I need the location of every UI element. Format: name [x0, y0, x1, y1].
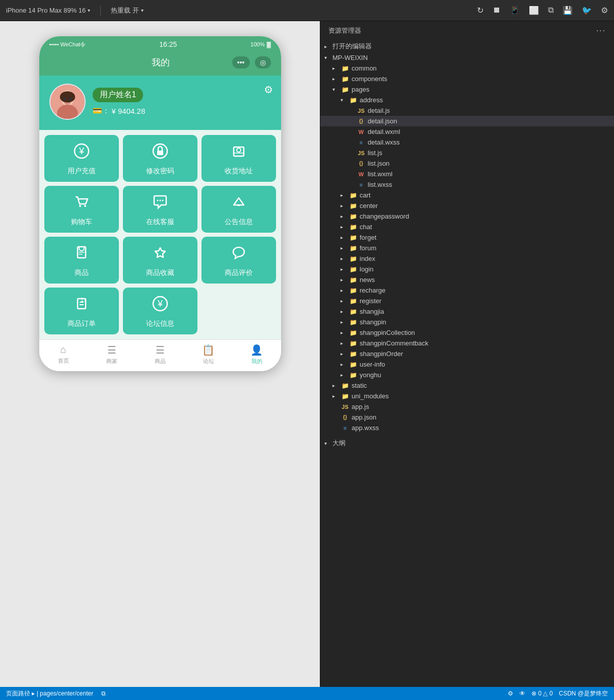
more-icon[interactable]: 🐦 — [582, 6, 592, 15]
device-selector[interactable]: iPhone 14 Pro Max 89% 16 ▾ — [6, 7, 90, 14]
menu-item-changepassword[interactable]: 修改密码 — [123, 135, 197, 182]
tree-item-recharge[interactable]: ▸ 📁 recharge — [320, 285, 614, 296]
tree-item-userinfo[interactable]: ▸ 📁 user-info — [320, 359, 614, 370]
menu-item-notice[interactable]: 公告信息 — [201, 186, 276, 233]
section-mp-weixin[interactable]: ▾ MP-WEIXIN — [320, 52, 614, 63]
chat-icon — [152, 194, 168, 214]
tree-item-shangpin[interactable]: ▸ 📁 shangpin — [320, 317, 614, 327]
tree-item-shangpinorder[interactable]: ▸ 📁 shangpinOrder — [320, 348, 614, 359]
bottom-nav-forum[interactable]: 📋 论坛 — [184, 344, 233, 365]
notice-icon — [231, 194, 247, 214]
phone-frame: ••••• WeChat令 16:25 100% ▓ 我的 ••• — [39, 36, 281, 371]
tree-item-index[interactable]: ▸ 📁 index — [320, 253, 614, 264]
tree-item-forget[interactable]: ▸ 📁 forget — [320, 232, 614, 243]
nav-dots-button[interactable]: ••• — [232, 56, 250, 68]
refresh-icon[interactable]: ↻ — [477, 6, 484, 15]
tablet-icon[interactable]: ⬜ — [529, 6, 539, 15]
battery-icon: ▓ — [266, 41, 270, 47]
bottom-nav-profile[interactable]: 👤 我的 — [233, 344, 281, 365]
settings-icon[interactable]: ⚙ — [601, 6, 608, 15]
tree-item-common[interactable]: ▸ 📁 common — [320, 63, 614, 74]
explorer-more-button[interactable]: ··· — [596, 26, 606, 35]
tree-item-app-js[interactable]: JS app.js — [320, 401, 614, 412]
detail-wxss-label: detail.wxss — [368, 138, 614, 146]
center-arrow: ▸ — [340, 203, 349, 208]
menu-item-product[interactable]: 商品 — [44, 237, 119, 284]
username-badge: 用户姓名1 — [93, 88, 144, 102]
tree-item-components[interactable]: ▸ 📁 components — [320, 74, 614, 84]
address-folder-icon: 📁 — [349, 97, 358, 104]
save-icon[interactable]: 💾 — [563, 6, 573, 15]
tree-item-uni-modules[interactable]: ▸ 📁 uni_modules — [320, 391, 614, 401]
tree-item-app-wxss[interactable]: ≡ app.wxss — [320, 423, 614, 433]
hot-reload-toggle[interactable]: 热重载 开 ▾ — [111, 6, 144, 15]
menu-item-chat[interactable]: 在线客服 — [123, 186, 197, 233]
tree-item-list-wxss[interactable]: ≡ list.wxss — [320, 179, 614, 190]
profile-settings-icon[interactable]: ⚙ — [264, 84, 273, 96]
menu-item-comment[interactable]: 商品评价 — [201, 237, 276, 284]
tree-item-login[interactable]: ▸ 📁 login — [320, 264, 614, 274]
menu-item-recharge[interactable]: ¥ 用户充值 — [44, 135, 119, 182]
tree-item-address[interactable]: ▾ 📁 address — [320, 95, 614, 105]
phone-icon[interactable]: 📱 — [510, 6, 520, 15]
section-outline[interactable]: ▾ 大纲 — [320, 437, 614, 449]
tree-item-shangjia[interactable]: ▸ 📁 shangjia — [320, 306, 614, 317]
uni-modules-folder-icon: 📁 — [340, 393, 350, 400]
tree-item-shangpincommentback[interactable]: ▸ 📁 shangpinCommentback — [320, 338, 614, 348]
app-wxss-icon: ≡ — [340, 425, 350, 431]
hot-reload-label: 热重载 开 — [111, 6, 139, 15]
menu-item-collection[interactable]: 商品收藏 — [123, 237, 197, 284]
tree-item-center[interactable]: ▸ 📁 center — [320, 200, 614, 211]
bottom-nav-home[interactable]: ⌂ 首页 — [39, 344, 88, 365]
dual-icon[interactable]: ⧉ — [548, 6, 554, 15]
cart-folder-icon: 📁 — [349, 192, 358, 199]
tree-item-detail-js[interactable]: JS detail.js — [320, 105, 614, 116]
recharge-folder-label: recharge — [360, 287, 614, 294]
nav-camera-button[interactable]: ◎ — [255, 56, 271, 68]
tree-item-app-json[interactable]: {} app.json — [320, 412, 614, 423]
register-folder-icon: 📁 — [349, 298, 358, 305]
tree-item-detail-wxss[interactable]: ≡ detail.wxss — [320, 137, 614, 148]
tree-item-news[interactable]: ▸ 📁 news — [320, 274, 614, 285]
profile-section: 用户姓名1 💳： ¥ 9404.28 ⚙ — [39, 76, 281, 130]
chat-folder-label: chat — [360, 223, 614, 231]
tree-item-forum[interactable]: ▸ 📁 forum — [320, 243, 614, 253]
profile-nav-icon: 👤 — [250, 344, 263, 356]
ide-status-bar: 页面路径 ▸ | pages/center/center ⧉ ⚙ 👁 ⊗ 0 △… — [0, 687, 614, 700]
stop-icon[interactable]: ⏹ — [493, 6, 501, 15]
tree-item-detail-wxml[interactable]: W detail.wxml — [320, 126, 614, 137]
forum-arrow: ▸ — [340, 245, 349, 251]
status-time: 16:25 — [159, 40, 177, 48]
bottom-nav-merchant[interactable]: ☰ 商家 — [88, 344, 136, 365]
register-arrow: ▸ — [340, 298, 349, 304]
phone-nav-bar: 我的 ••• ◎ — [39, 52, 281, 76]
bottom-nav-product[interactable]: ☰ 商品 — [136, 344, 184, 365]
tree-item-pages[interactable]: ▾ 📁 pages — [320, 84, 614, 95]
tree-item-shangpincollection[interactable]: ▸ 📁 shangpinCollection — [320, 327, 614, 338]
menu-item-cart[interactable]: 购物车 — [44, 186, 119, 233]
tree-item-list-js[interactable]: JS list.js — [320, 148, 614, 158]
tree-item-detail-json[interactable]: {} detail.json — [320, 116, 614, 126]
eye-icon[interactable]: 👁 — [519, 690, 525, 697]
settings-status-icon[interactable]: ⚙ — [508, 690, 513, 697]
tree-item-cart[interactable]: ▸ 📁 cart — [320, 190, 614, 200]
tree-item-static[interactable]: ▸ 📁 static — [320, 380, 614, 391]
tree-item-yonghu[interactable]: ▸ 📁 yonghu — [320, 370, 614, 380]
tree-item-register[interactable]: ▸ 📁 register — [320, 296, 614, 306]
menu-item-order[interactable]: 1↓ 商品订单 — [44, 288, 119, 334]
tree-item-changepassword[interactable]: ▸ 📁 changepassword — [320, 211, 614, 222]
page-path[interactable]: 页面路径 ▸ | pages/center/center — [6, 689, 93, 698]
cart-folder-label: cart — [360, 191, 614, 199]
tree-item-chat[interactable]: ▸ 📁 chat — [320, 222, 614, 232]
uni-modules-arrow: ▸ — [332, 393, 340, 399]
index-arrow: ▸ — [340, 256, 349, 261]
phone-bg: ••••• WeChat令 16:25 100% ▓ 我的 ••• — [0, 21, 320, 687]
menu-item-forum[interactable]: ¥ 论坛信息 — [123, 288, 197, 334]
avatar-image — [50, 85, 85, 119]
news-folder-label: news — [360, 276, 614, 284]
list-json-label: list.json — [368, 160, 614, 167]
menu-item-address[interactable]: 收货地址 — [201, 135, 276, 182]
section-open-editors[interactable]: ▸ 打开的编辑器 — [320, 40, 614, 52]
tree-item-list-wxml[interactable]: W list.wxml — [320, 169, 614, 179]
tree-item-list-json[interactable]: {} list.json — [320, 158, 614, 169]
